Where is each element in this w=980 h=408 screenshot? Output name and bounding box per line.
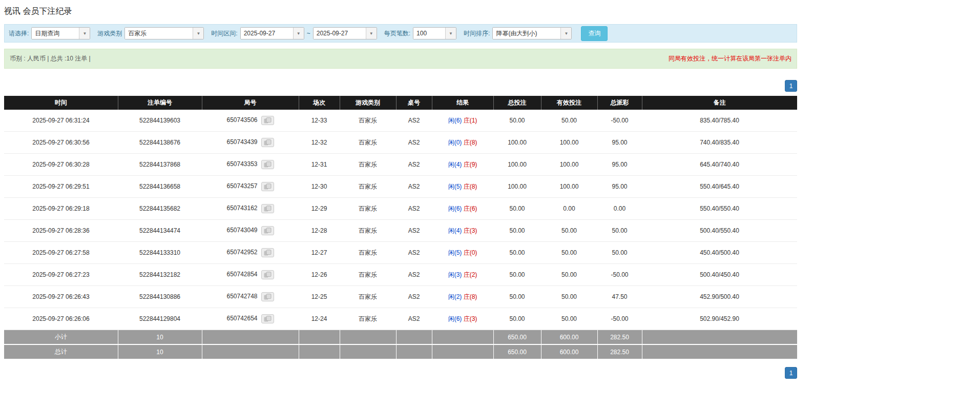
round-result-cards-icon[interactable] — [261, 292, 274, 301]
col-valid-bet: 有效投注 — [541, 96, 597, 110]
cell-result: 闲(5) 庄(8) — [432, 176, 493, 198]
player-result: 闲(4) — [448, 161, 462, 168]
total-bet-link[interactable]: 50.00 — [493, 198, 541, 220]
player-result: 闲(4) — [448, 227, 462, 234]
table-row: 2025-09-27 06:29:18 522844135682 6507431… — [4, 198, 797, 220]
cell-payout: 0.00 — [597, 198, 642, 220]
banker-result: 庄(1) — [464, 117, 477, 124]
table-row: 2025-09-27 06:31:24 522844139603 6507435… — [4, 110, 797, 132]
same-round-notice: 同局有效投注，统一计算在该局第一张注单内 — [669, 54, 791, 63]
filter-group-time-range: 时间区间: ▼ ~ ▼ — [211, 27, 377, 39]
chevron-down-icon[interactable]: ▼ — [445, 28, 456, 39]
total-bet-link[interactable]: 50.00 — [493, 220, 541, 242]
round-result-cards-icon[interactable] — [261, 138, 274, 147]
player-result: 闲(6) — [448, 117, 462, 124]
chevron-down-icon[interactable]: ▼ — [293, 28, 304, 39]
cell-result: 闲(3) 庄(2) — [432, 264, 493, 286]
col-time: 时间 — [4, 96, 118, 110]
game-type-input[interactable] — [125, 28, 193, 39]
total-total-bet: 650.00 — [493, 344, 541, 359]
page-button-1[interactable]: 1 — [785, 80, 797, 92]
cell-valid-bet: 50.00 — [541, 308, 597, 330]
cell-result: 闲(2) 庄(8) — [432, 286, 493, 308]
cell-time: 2025-09-27 06:30:28 — [4, 154, 118, 176]
select-type-input[interactable] — [32, 28, 79, 39]
player-result: 闲(6) — [448, 205, 462, 212]
cell-table-no: AS2 — [396, 220, 432, 242]
total-bet-link[interactable]: 100.00 — [493, 132, 541, 154]
table-summary: 小计 10 650.00 600.00 282.50 总计 10 650.00 … — [4, 330, 797, 360]
table-row: 2025-09-27 06:30:56 522844138676 6507434… — [4, 132, 797, 154]
cell-result: 闲(6) 庄(1) — [432, 110, 493, 132]
total-valid-bet: 600.00 — [541, 344, 597, 359]
round-result-cards-icon[interactable] — [261, 270, 274, 279]
cell-round: 650743439 — [202, 132, 299, 154]
cell-game-type: 百家乐 — [340, 220, 396, 242]
total-bet-link[interactable]: 50.00 — [493, 286, 541, 308]
table-row: 2025-09-27 06:29:51 522844136658 6507432… — [4, 176, 797, 198]
total-bet-link[interactable]: 100.00 — [493, 176, 541, 198]
round-result-cards-icon[interactable] — [261, 248, 274, 257]
cell-session: 12-26 — [299, 264, 340, 286]
total-bet-link[interactable]: 50.00 — [493, 264, 541, 286]
date-to-input[interactable] — [314, 28, 366, 39]
player-result: 闲(0) — [448, 139, 462, 146]
cell-payout: 47.50 — [597, 286, 642, 308]
cell-game-type: 百家乐 — [340, 308, 396, 330]
col-note: 备注 — [642, 96, 797, 110]
sort-order-input[interactable] — [493, 28, 560, 39]
round-result-cards-icon[interactable] — [261, 314, 274, 323]
total-bet-link[interactable]: 50.00 — [493, 110, 541, 132]
round-result-cards-icon[interactable] — [261, 204, 274, 213]
chevron-down-icon[interactable]: ▼ — [193, 28, 203, 39]
filter-group-select: 请选择: ▼ — [9, 27, 90, 39]
table-header: 时间 注单编号 局号 场次 游戏类别 桌号 结果 总投注 有效投注 总派彩 备注 — [4, 96, 797, 110]
round-result-cards-icon[interactable] — [261, 116, 274, 125]
table-row: 2025-09-27 06:30:28 522844137868 6507433… — [4, 154, 797, 176]
page-button-1[interactable]: 1 — [785, 367, 797, 379]
cell-table-no: AS2 — [396, 286, 432, 308]
cell-round: 650742748 — [202, 286, 299, 308]
cell-valid-bet: 100.00 — [541, 154, 597, 176]
cell-payout: -50.00 — [597, 264, 642, 286]
cell-valid-bet: 50.00 — [541, 264, 597, 286]
chevron-down-icon[interactable]: ▼ — [366, 28, 377, 39]
sort-order-label: 时间排序: — [464, 29, 490, 38]
cell-game-type: 百家乐 — [340, 286, 396, 308]
total-bet-link[interactable]: 50.00 — [493, 242, 541, 264]
round-number: 650742854 — [226, 271, 257, 278]
round-result-cards-icon[interactable] — [261, 226, 274, 235]
table-row: 2025-09-27 06:26:06 522844129804 6507426… — [4, 308, 797, 330]
cell-bet-id: 522844139603 — [118, 110, 202, 132]
table-row: 2025-09-27 06:27:23 522844132182 6507428… — [4, 264, 797, 286]
cell-table-no: AS2 — [396, 154, 432, 176]
search-button[interactable]: 查询 — [581, 26, 608, 41]
total-bet-link[interactable]: 100.00 — [493, 154, 541, 176]
page-container: 视讯 会员下注纪录 请选择: ▼ 游戏类别 ▼ 时间区间: ▼ ~ — [4, 0, 797, 379]
col-table-no: 桌号 — [396, 96, 432, 110]
cell-note: 550.40/645.40 — [642, 176, 797, 198]
cell-table-no: AS2 — [396, 176, 432, 198]
cell-round: 650743162 — [202, 198, 299, 220]
cell-payout: -50.00 — [597, 110, 642, 132]
pagination-bottom: 1 — [4, 367, 797, 379]
cell-table-no: AS2 — [396, 198, 432, 220]
date-from-input[interactable] — [241, 28, 293, 39]
round-result-cards-icon[interactable] — [261, 160, 274, 169]
round-number: 650743439 — [226, 138, 257, 146]
chevron-down-icon[interactable]: ▼ — [79, 28, 90, 39]
col-game-type: 游戏类别 — [340, 96, 396, 110]
round-result-cards-icon[interactable] — [261, 182, 274, 191]
chevron-down-icon[interactable]: ▼ — [560, 28, 571, 39]
col-result: 结果 — [432, 96, 493, 110]
cell-note: 452.90/500.40 — [642, 286, 797, 308]
cell-table-no: AS2 — [396, 264, 432, 286]
date-to-combo: ▼ — [313, 27, 377, 39]
page-size-input[interactable] — [413, 28, 445, 39]
cell-result: 闲(6) 庄(6) — [432, 198, 493, 220]
banker-result: 庄(2) — [464, 271, 477, 278]
cell-bet-id: 522844138676 — [118, 132, 202, 154]
total-bet-link[interactable]: 50.00 — [493, 308, 541, 330]
cell-time: 2025-09-27 06:26:06 — [4, 308, 118, 330]
banker-result: 庄(9) — [464, 161, 477, 168]
